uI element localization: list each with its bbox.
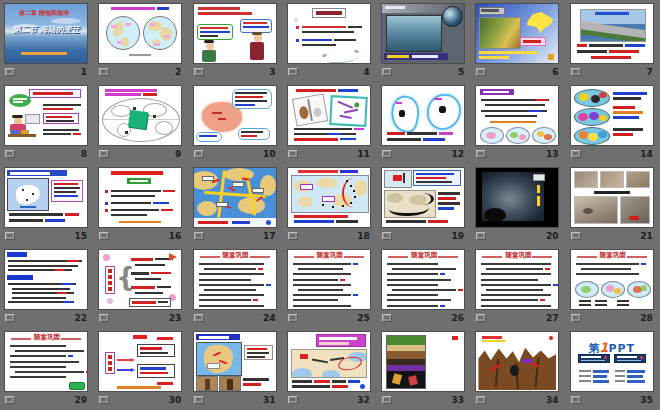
slide-thumbnail-14[interactable]: [570, 85, 654, 146]
slide-footer: 16: [98, 230, 182, 244]
mini-text: 第二节 海陆的变迁: [13, 26, 80, 34]
mini-shape: [577, 50, 607, 53]
slide-cell-13: 13: [471, 82, 565, 164]
slide-thumbnail-26[interactable]: 随堂巩固: [381, 249, 465, 310]
mini-shape: [481, 299, 538, 301]
mini-shape: [20, 206, 36, 208]
slide-thumbnail-17[interactable]: [193, 167, 277, 228]
mini-shape: [252, 32, 262, 35]
slide-cell-26: 随堂巩固26: [377, 246, 471, 328]
mini-shape: [157, 7, 169, 10]
slide-icon: [194, 68, 204, 76]
slide-thumbnail-7[interactable]: [570, 3, 654, 64]
mini-shape: [243, 22, 267, 24]
slide-thumbnail-9[interactable]: [98, 85, 182, 146]
mini-shape: [143, 93, 157, 96]
mini-shape: [627, 370, 645, 373]
mini-shape: [312, 359, 328, 363]
mini-shape: [481, 273, 551, 275]
mini-shape: [439, 132, 453, 135]
mini-shape: [133, 335, 147, 339]
slide-thumbnail-1[interactable]: 第二章 陆地和海洋第二节 海陆的变迁: [4, 3, 88, 64]
mini-shape: [54, 183, 78, 185]
mini-shape: [613, 92, 647, 95]
slide-thumbnail-28[interactable]: 随堂巩固: [570, 249, 654, 310]
mini-shape: [581, 268, 631, 270]
slide-number: 17: [263, 231, 276, 241]
mini-shape: [105, 89, 157, 92]
slide-thumbnail-23[interactable]: {: [98, 249, 182, 310]
slide-thumbnail-2[interactable]: [98, 3, 182, 64]
mini-shape: [617, 356, 637, 358]
mini-shape: [615, 380, 625, 382]
slide-thumbnail-32[interactable]: [287, 331, 371, 392]
slide-thumbnail-24[interactable]: 随堂巩固: [193, 249, 277, 310]
slide-thumbnail-3[interactable]: [193, 3, 277, 64]
mini-shape: [581, 356, 601, 358]
slide-thumbnail-12[interactable]: [381, 85, 465, 146]
slide-thumbnail-18[interactable]: [287, 167, 371, 228]
mini-box: [316, 334, 366, 347]
mini-shape: [625, 44, 645, 47]
slide-thumbnail-25[interactable]: 随堂巩固: [287, 249, 371, 310]
mini-shape: [111, 195, 155, 197]
mini-shape: [392, 268, 456, 270]
mini-shape: [135, 278, 161, 280]
slide-footer: 21: [570, 230, 654, 244]
mini-shape: [111, 202, 151, 204]
slide-thumbnail-33[interactable]: [381, 331, 465, 392]
slide-cell-11: 11: [283, 82, 377, 164]
mini-shape: [26, 199, 28, 201]
mini-shape: [199, 336, 229, 339]
slide-thumbnail-27[interactable]: 随堂巩固: [475, 249, 559, 310]
slide-icon: [476, 314, 486, 322]
mini-shape: [490, 121, 536, 123]
slide-cell-33: 33: [377, 328, 471, 410]
mini-shape: [593, 370, 609, 373]
slide-thumbnail-5[interactable]: [381, 3, 465, 64]
slide-thumbnail-10[interactable]: [193, 85, 277, 146]
mini-shape: [86, 371, 88, 373]
slide-number: 10: [263, 149, 276, 159]
mini-shape: [7, 252, 27, 257]
slide-thumbnail-19[interactable]: [381, 167, 465, 228]
mini-box: [137, 344, 175, 357]
mini-shape: [73, 133, 81, 135]
slide-thumbnail-31[interactable]: [193, 331, 277, 392]
slide-footer: 22: [4, 312, 88, 326]
slide-thumbnail-8[interactable]: [4, 85, 88, 146]
slide-thumbnail-21[interactable]: [570, 167, 654, 228]
mini-shape: [348, 380, 360, 383]
slide-thumbnail-29[interactable]: 随堂巩固: [4, 331, 88, 392]
slide-thumbnail-30[interactable]: [98, 331, 182, 392]
slide-thumbnail-20[interactable]: [475, 167, 559, 228]
mini-shape: [595, 12, 629, 15]
mini-shape: [438, 202, 460, 205]
mini-shape: [387, 132, 405, 135]
mini-shape: [340, 138, 356, 140]
slide-thumbnail-13[interactable]: [475, 85, 559, 146]
mini-shape: [198, 7, 240, 10]
slide-footer: 34: [475, 394, 559, 408]
slide-thumbnail-22[interactable]: [4, 249, 88, 310]
mini-shape: [108, 361, 112, 365]
mini-shape: [43, 108, 73, 110]
mini-shape: [438, 207, 454, 210]
mini-box: [322, 196, 335, 202]
slide-thumbnail-16[interactable]: [98, 167, 182, 228]
slide-icon: [194, 396, 204, 404]
slide-thumbnail-34[interactable]: [475, 331, 559, 392]
mini-shape: [153, 202, 169, 204]
slide-thumbnail-6[interactable]: [475, 3, 559, 64]
slide-thumbnail-11[interactable]: [287, 85, 371, 146]
quiz-title: 随堂巩固: [411, 252, 437, 259]
slide-thumbnail-4[interactable]: [287, 3, 371, 64]
slide-icon: [194, 314, 204, 322]
slide-icon: [99, 232, 109, 240]
slide-footer: 9: [98, 148, 182, 162]
antarctica-map: [7, 178, 49, 211]
slide-thumbnail-15[interactable]: [4, 167, 88, 228]
mini-shape: [399, 110, 405, 117]
slide-icon: [5, 150, 15, 158]
slide-thumbnail-35[interactable]: 第1PPT: [570, 331, 654, 392]
